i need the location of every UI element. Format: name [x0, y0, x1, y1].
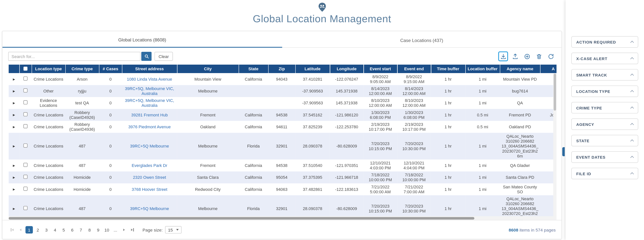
row-checkbox[interactable]: [23, 112, 28, 116]
row-expand-icon[interactable]: ▶: [13, 187, 15, 192]
cell-expander: ▶: [9, 97, 20, 109]
cell-location-buffer: 1 mi: [466, 97, 500, 109]
column-header: Time buffer: [431, 65, 465, 73]
row-expand-icon[interactable]: ▶: [13, 89, 15, 94]
cell-expander: ▶: [9, 171, 20, 183]
pager-prev-button[interactable]: [17, 226, 24, 233]
cell-cases: 0: [99, 133, 122, 160]
delete-button[interactable]: [534, 52, 544, 61]
cell-zip: [268, 85, 295, 97]
row-expand-icon[interactable]: ▶: [13, 77, 15, 82]
pager-page-button[interactable]: 7: [77, 226, 84, 233]
filter-section-crime-type[interactable]: CRIME TYPE: [571, 102, 638, 113]
cell-select: [20, 160, 32, 171]
filter-section-label: ACTION REQUIRED: [576, 40, 616, 44]
row-checkbox[interactable]: [23, 100, 28, 105]
cell-city: [177, 97, 239, 109]
select-all-checkbox[interactable]: [23, 66, 28, 71]
cell-longitude: -122.253780: [330, 121, 364, 133]
vertical-scrollbar-track[interactable]: [553, 73, 556, 216]
street-address-link[interactable]: 3976 Piedmont Avenue: [128, 124, 171, 129]
cell-zip: 94063: [268, 183, 295, 195]
cell-event-start: 7/18/2022 10:00:00 PM: [364, 171, 397, 183]
street-address-link[interactable]: Everglades Park Dr: [132, 163, 167, 167]
row-checkbox[interactable]: [23, 124, 28, 128]
upload-button[interactable]: [510, 52, 520, 61]
grid-action-icons: [498, 52, 556, 61]
page-size-select[interactable]: 15: [165, 226, 182, 233]
pager-page-button[interactable]: 8: [86, 226, 93, 233]
chevron-up-icon: [630, 41, 634, 44]
cell-event-start: 7/21/2022 5:00:00 AM: [364, 183, 397, 195]
pager-page-button[interactable]: ...: [112, 226, 119, 233]
filter-section-file-id[interactable]: FILE ID: [571, 168, 638, 179]
filter-section-smart-track[interactable]: SMART TRACK: [571, 69, 638, 81]
filter-section-x-case-alert[interactable]: X-CASE ALERT: [571, 53, 638, 64]
refresh-button[interactable]: [546, 52, 556, 61]
row-checkbox[interactable]: [23, 88, 28, 93]
street-address-link[interactable]: 39RC+5Q, Melbourne VIC, Australia: [125, 98, 174, 108]
row-expand-icon[interactable]: ▶: [13, 175, 15, 180]
pager-page-button[interactable]: 9: [94, 226, 102, 233]
row-expand-icon[interactable]: ▶: [13, 163, 15, 168]
pager-page-button[interactable]: 2: [34, 226, 42, 233]
street-address-link[interactable]: 1080 Linda Vista Avenue: [127, 77, 172, 81]
filter-section-label: STATE: [576, 138, 590, 143]
row-checkbox[interactable]: [23, 206, 28, 210]
column-header: City: [177, 65, 239, 73]
filter-section-action-required[interactable]: ACTION REQUIRED: [571, 36, 638, 48]
pager-page-button[interactable]: 4: [52, 226, 59, 233]
table-header-row: Location typeCrime type# CasesStreet add…: [9, 65, 556, 73]
row-checkbox[interactable]: [23, 187, 28, 191]
locations-table: Location typeCrime type# CasesStreet add…: [9, 65, 556, 220]
row-expand-icon[interactable]: ▶: [13, 125, 15, 129]
row-checkbox[interactable]: [23, 77, 28, 81]
street-address-link[interactable]: 3768 Hoover Street: [132, 187, 167, 191]
pager-page-button[interactable]: 10: [103, 226, 110, 233]
download-button[interactable]: [498, 52, 508, 61]
filter-section-location-type[interactable]: LOCATION TYPE: [571, 86, 638, 97]
clear-button[interactable]: Clear: [154, 52, 173, 61]
pager-first-button[interactable]: [8, 226, 16, 233]
pager-next-button[interactable]: [120, 226, 128, 233]
row-checkbox[interactable]: [23, 144, 28, 148]
street-address-link[interactable]: 39RC+5Q Melbourne: [130, 144, 169, 148]
street-address-link[interactable]: 39RC+5Q, Melbourne VIC, Australia: [125, 86, 174, 96]
street-address-link[interactable]: 39281 Fremont Hub: [131, 112, 168, 117]
panel-resize-handle[interactable]: [562, 147, 565, 156]
search-button[interactable]: [141, 52, 152, 61]
pager-page-button[interactable]: 6: [68, 226, 76, 233]
filter-section-state[interactable]: STATE: [571, 135, 638, 146]
cell-street: 3768 Hoover Street: [122, 183, 177, 195]
tab-case-locations[interactable]: Case Locations (437): [282, 31, 562, 47]
horizontal-scrollbar[interactable]: [9, 217, 474, 219]
vertical-scrollbar[interactable]: [554, 74, 556, 111]
cell-longitude: -122.183613: [330, 183, 364, 195]
add-button[interactable]: [522, 52, 532, 61]
cell-select: [20, 85, 32, 97]
row-expand-icon[interactable]: ▶: [13, 206, 15, 211]
row-checkbox[interactable]: [23, 175, 28, 179]
filter-section-agency[interactable]: AGENCY: [571, 118, 638, 130]
cell-state: [239, 85, 268, 97]
search-input[interactable]: [8, 52, 140, 61]
table-row: ▶Crime LocationsRobbery (CaseID4936)0397…: [9, 121, 556, 133]
cell-time-buffer: 1 hr: [431, 183, 465, 195]
street-address-link[interactable]: 39RC+5Q Melbourne: [130, 206, 169, 211]
horizontal-scrollbar-track[interactable]: [9, 216, 556, 220]
tab-global-locations[interactable]: Global Locations (8608): [2, 31, 282, 48]
pager-page-button[interactable]: 1: [26, 226, 33, 233]
filter-section-event-dates[interactable]: EVENT DATES: [571, 151, 638, 163]
row-expand-icon[interactable]: ▶: [13, 144, 15, 149]
expander-header: [9, 65, 20, 73]
cell-event-start: 8/9/2022 9:05:00 AM: [364, 73, 397, 85]
row-checkbox[interactable]: [23, 163, 28, 167]
cell-crime-type: Robbery (CaseID4926): [65, 109, 99, 121]
pager-last-button[interactable]: [129, 226, 136, 233]
pager-page-button[interactable]: 3: [43, 226, 50, 233]
row-expand-icon[interactable]: ▶: [13, 113, 15, 118]
cell-event-end: 1/30/2023 6:08:00 PM: [397, 109, 431, 121]
row-expand-icon[interactable]: ▶: [13, 101, 15, 106]
pager-page-button[interactable]: 5: [60, 226, 67, 233]
street-address-link[interactable]: 2320 Owen Street: [133, 175, 166, 179]
